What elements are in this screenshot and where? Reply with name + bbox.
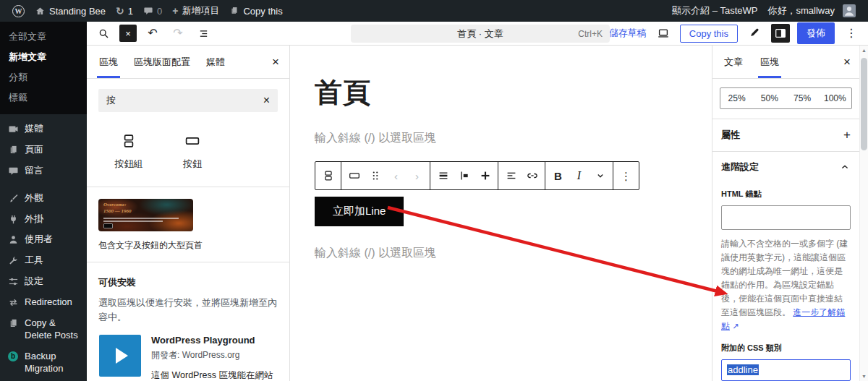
account-link[interactable]: 你好，smallway [763,0,861,22]
search-input[interactable] [106,95,263,106]
sidebar-item-tags[interactable]: 標籤 [0,87,87,108]
publish-button[interactable]: 發佈 [797,22,835,44]
bold-button[interactable]: B [548,162,569,189]
show-intro-label: 顯示介紹 – TasteWP [672,4,757,17]
document-title-button[interactable]: 首頁 · 文章 Ctrl+K [351,25,610,43]
wp-logo-menu[interactable]: W [7,0,30,22]
width-option-100[interactable]: 100% [819,88,851,108]
toolbar-options-segment: ⋮ [613,162,639,189]
css-class-input[interactable]: addline [721,359,851,381]
block-item-buttons-group[interactable]: 按鈕組 [97,127,161,176]
attributes-section-header[interactable]: 屬性 + [712,119,859,151]
updates-link[interactable]: ↻ 1 [111,0,138,22]
post-title[interactable]: 首頁 [315,74,712,111]
sidebar-item-appearance[interactable]: 外觀 [0,188,87,209]
sidebar-item-users[interactable]: 使用者 [0,229,87,250]
button-icon [184,132,201,150]
tab-block[interactable]: 區塊 [752,46,788,78]
drag-dots-icon [369,169,382,182]
show-intro-link[interactable]: 顯示介紹 – TasteWP [667,0,762,22]
width-option-75[interactable]: 75% [786,88,819,108]
pattern-preview[interactable]: Overcome: 1500 — 1960 [98,199,193,231]
close-settings-button[interactable]: × [838,55,856,69]
close-inserter-button[interactable]: × [266,55,285,69]
plugin-description: 這個 WordPress 區塊能在網站的文章及頁面中嵌入 W… [151,368,278,381]
settings-sidebar-toggle-button[interactable] [771,24,790,43]
scroll-up-icon[interactable]: ▲ [861,48,867,53]
sidebar-item-redirection[interactable]: Redirection [0,292,87,313]
sidebar-item-new-post[interactable]: 新增文章 [0,47,87,67]
edit-pen-button[interactable] [745,24,764,43]
options-menu-button[interactable]: ⋮ [842,24,861,43]
sidebar-item-copy-delete-posts[interactable]: Copy & Delete Posts [0,313,87,346]
sidebar-item-media[interactable]: 媒體 [0,119,87,140]
settings-icon [7,275,19,287]
italic-button[interactable]: I [569,162,590,189]
width-option-50[interactable]: 50% [753,88,786,108]
pattern-preview-textline [103,218,179,219]
divider [87,187,289,187]
text-align-button[interactable] [501,162,522,189]
width-option-25[interactable]: 25% [720,88,753,108]
tab-patterns[interactable]: 區塊版面配置 [126,46,198,78]
scrollbar-thumb[interactable] [861,58,867,150]
plus-icon: + [172,6,178,16]
tab-blocks[interactable]: 區塊 [91,46,126,78]
move-next-button[interactable]: › [407,162,427,189]
vertical-align-button[interactable] [454,162,475,189]
empty-block-placeholder[interactable]: 輸入斜線 (/) 以選取區塊 [315,246,712,261]
sidebar-item-tools[interactable]: 工具 [0,250,87,271]
block-label: 按鈕組 [115,158,143,171]
inserter-tabs: 區塊 區塊版面配置 媒體 × [87,46,289,79]
preview-button[interactable] [654,24,673,43]
block-inserter-toggle-button[interactable]: × [119,25,137,42]
new-item-link[interactable]: + 新增項目 [167,0,224,22]
copy-this-admin-link[interactable]: Copy this [224,0,287,22]
tab-media[interactable]: 媒體 [198,46,233,78]
advanced-section-header[interactable]: 進階設定 [712,151,859,182]
list-view-button[interactable] [194,24,213,43]
redo-button[interactable]: ↷ [169,24,187,43]
sidebar-item-comments[interactable]: 留言 [0,160,87,181]
appearance-icon [7,192,19,204]
save-draft-button[interactable]: 儲存草稿 [609,27,647,40]
empty-block-placeholder[interactable]: 輸入斜線 (/) 以選取區塊 [315,131,712,146]
users-icon [7,234,19,245]
block-options-button[interactable]: ⋮ [616,162,637,189]
sidebar-item-pages[interactable]: 頁面 [0,140,87,160]
button-block-type-button[interactable] [344,162,365,189]
sidebar-item-settings[interactable]: 設定 [0,271,87,292]
block-label: 按鈕 [183,158,202,171]
block-toolbar: ‹ › [315,161,639,190]
inserter-search-box[interactable]: × [98,89,278,112]
pattern-preview-subtitle: 1500 — 1960 [103,208,132,214]
comments-link[interactable]: 0 [138,0,167,22]
drag-handle[interactable] [365,162,386,189]
undo-button[interactable]: ↶ [143,24,162,43]
line-cta-button[interactable]: 立即加Line [315,197,404,226]
clear-search-icon[interactable]: × [263,94,270,107]
move-previous-button[interactable]: ‹ [386,162,407,189]
bold-icon: B [554,171,562,181]
alignment-button[interactable] [433,162,454,189]
tab-post[interactable]: 文章 [715,46,752,78]
plugin-wordpress-playground[interactable]: ★★★★★ WordPress Playground 開發者: WordPres… [98,335,278,381]
sidebar-item-all-posts[interactable]: 全部文章 [0,27,87,47]
more-formats-button[interactable] [590,162,610,189]
sidebar-item-backup-migration[interactable]: b Backup Migration [0,346,87,380]
link-button[interactable] [522,162,542,189]
scroll-down-icon[interactable]: ▼ [861,374,867,379]
search-button[interactable] [94,24,113,43]
select-parent-buttons-block-button[interactable] [318,162,339,189]
html-anchor-input[interactable] [721,205,851,230]
add-attribute-icon[interactable]: + [843,128,851,142]
editor-canvas[interactable]: 首頁 輸入斜線 (/) 以選取區塊 ‹ › [291,46,712,381]
block-inserter-panel: 區塊 區塊版面配置 媒體 × × 按鈕組 按鈕 Overcome: 1500 —… [87,46,290,381]
site-name-link[interactable]: Standing Bee [30,0,111,22]
sidebar-item-categories[interactable]: 分類 [0,67,87,87]
copy-this-button[interactable]: Copy this [680,25,738,43]
block-item-button[interactable]: 按鈕 [161,127,224,176]
justify-center-button[interactable] [475,162,495,189]
line-cta-label: 立即加Line [333,205,386,217]
sidebar-item-plugins[interactable]: 外掛 [0,209,87,230]
